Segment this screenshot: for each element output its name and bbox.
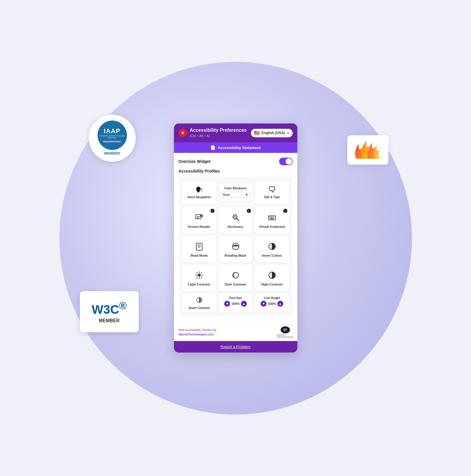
adjusters-row: Smart Contrast Font Size ▼ 100% ▲ Line H xyxy=(182,293,289,313)
reading-mask-label: Reading Mask xyxy=(225,254,247,257)
dropdown-chevron-icon: ▼ xyxy=(245,193,248,196)
dark-contrast-icon xyxy=(232,271,240,281)
top-profiles-row: 🗣 Voice Navigation Color Blindness None … xyxy=(182,181,289,204)
svg-line-5 xyxy=(237,218,239,221)
virtual-keyboard-label: Virtual Keyboard xyxy=(259,225,285,228)
voice-navigation-icon: 🗣 xyxy=(195,186,203,193)
light-contrast-label: Light Contrast xyxy=(188,283,210,286)
statement-bar[interactable]: 📄 Accessibility Statement xyxy=(174,142,297,153)
flame-icon xyxy=(350,138,385,162)
svg-rect-11 xyxy=(273,217,274,218)
svg-rect-12 xyxy=(270,218,274,219)
chevron-down-icon: ▼ xyxy=(287,131,290,135)
invert-colors-icon xyxy=(268,242,276,252)
high-contrast-icon xyxy=(268,271,276,281)
line-height-decrease-button[interactable]: ▼ xyxy=(261,301,266,307)
line-height-value: 100% xyxy=(268,302,276,305)
iaap-member-text: MEMBER xyxy=(104,151,120,156)
footer-line1: Web Accessibility Solution by xyxy=(179,328,217,332)
line-height-increase-button[interactable]: ▲ xyxy=(277,301,283,307)
font-size-value: 100% xyxy=(231,302,239,305)
font-size-increase-button[interactable]: ▲ xyxy=(241,301,247,307)
report-problem-label: Report a Problem xyxy=(221,345,251,349)
voice-navigation-cell[interactable]: 🗣 Voice Navigation xyxy=(182,181,216,204)
screen-reader-icon xyxy=(195,213,203,223)
dictionary-cell[interactable]: i Dictionary xyxy=(219,207,253,233)
dictionary-info-icon[interactable]: i xyxy=(247,209,251,213)
screen-reader-label: Screen Reader xyxy=(188,225,210,228)
smart-contrast-cell[interactable]: Smart Contrast xyxy=(182,293,216,313)
st-logo-circle: ST xyxy=(281,326,290,333)
oversize-label: Oversize Widget xyxy=(179,159,211,164)
svg-line-25 xyxy=(197,273,197,273)
flame-decoration xyxy=(347,135,388,165)
line-height-label: Line Height xyxy=(264,296,280,300)
talk-type-icon: 🗨 xyxy=(268,186,276,193)
w3c-registered: ® xyxy=(119,300,127,311)
invert-colors-cell[interactable]: Invert Colors xyxy=(255,236,289,262)
iaap-circle: IAAP International Association of Access… xyxy=(98,121,127,150)
header-title: Accessibility Preferences (Ctrl + Alt + … xyxy=(190,128,247,138)
light-contrast-cell[interactable]: Light Contrast xyxy=(182,265,216,291)
reading-mask-icon xyxy=(232,242,240,252)
w3c-logo-text: W3C® xyxy=(92,300,127,317)
high-contrast-label: High Contrast xyxy=(261,283,283,286)
header-left: ✕ Accessibility Preferences (Ctrl + Alt … xyxy=(179,128,247,138)
footer-link[interactable]: SkynetTechnologies.com xyxy=(179,333,214,336)
iaap-badge: IAAP International Association of Access… xyxy=(89,115,136,162)
language-label: English (USA) xyxy=(262,131,285,135)
read-mode-icon xyxy=(195,242,203,252)
reading-mask-cell[interactable]: Reading Mask xyxy=(219,236,253,262)
color-blindness-cell: Color Blindness None ▼ xyxy=(219,184,253,201)
color-blindness-dropdown[interactable]: None ▼ xyxy=(221,192,250,198)
w3c-member-label: MEMBER xyxy=(99,318,120,323)
read-mode-cell[interactable]: Read Mode xyxy=(182,236,216,262)
svg-rect-2 xyxy=(197,218,199,218)
screen-reader-cell[interactable]: i Screen Reader xyxy=(182,207,216,233)
smart-contrast-label: Smart Contrast xyxy=(188,306,209,310)
report-problem-bar[interactable]: Report a Problem xyxy=(174,341,297,353)
widget-header: ✕ Accessibility Preferences (Ctrl + Alt … xyxy=(174,123,297,142)
line-height-cell: Line Height ▼ 100% ▲ xyxy=(255,293,289,313)
header-title-main: Accessibility Preferences xyxy=(190,128,247,133)
dark-contrast-cell[interactable]: Dark Contrast xyxy=(219,265,253,291)
profiles-section: 🗣 Voice Navigation Color Blindness None … xyxy=(179,177,293,316)
toggle-knob xyxy=(286,158,292,165)
svg-rect-9 xyxy=(269,217,271,218)
font-size-cell: Font Size ▼ 100% ▲ xyxy=(219,293,253,313)
font-size-decrease-button[interactable]: ▼ xyxy=(224,301,230,307)
virtual-keyboard-icon xyxy=(268,213,276,223)
oversize-row: Oversize Widget xyxy=(179,158,293,165)
w3c-badge: W3C® MEMBER xyxy=(80,291,139,332)
dictionary-icon xyxy=(232,213,240,223)
dark-contrast-label: Dark Contrast xyxy=(225,283,246,286)
svg-rect-10 xyxy=(271,217,272,218)
light-contrast-icon xyxy=(195,271,203,281)
iaap-main-text: IAAP xyxy=(104,127,120,135)
oversize-toggle[interactable] xyxy=(279,158,293,165)
close-button[interactable]: ✕ xyxy=(179,129,187,137)
footer-logo: ST SKYNET TECHNOLOGIES xyxy=(278,326,293,338)
svg-rect-1 xyxy=(197,216,200,217)
talk-type-label: Talk & Type xyxy=(264,195,280,199)
st-logo-text: ST xyxy=(283,328,287,332)
invert-colors-label: Invert Colors xyxy=(262,254,282,257)
profiles-label: Accessibility Profiles xyxy=(179,169,293,173)
iaap-org-text: ORGANIZATIONAL xyxy=(100,140,124,143)
outer-circle: IAAP International Association of Access… xyxy=(59,62,412,415)
read-mode-label: Read Mode xyxy=(190,254,208,257)
voice-navigation-label: Voice Navigation xyxy=(187,195,211,199)
color-blindness-value: None xyxy=(223,193,230,196)
virtual-keyboard-cell[interactable]: i Virtual Keyboard xyxy=(255,207,289,233)
font-size-label: Font Size xyxy=(229,296,242,300)
features-grid: i Screen Reader xyxy=(182,207,289,291)
font-size-controls: ▼ 100% ▲ xyxy=(224,301,247,307)
high-contrast-cell[interactable]: High Contrast xyxy=(255,265,289,291)
svg-line-28 xyxy=(197,277,197,278)
statement-label: Accessibility Statement xyxy=(218,146,261,150)
talk-type-cell[interactable]: 🗨 Talk & Type xyxy=(255,181,289,204)
screen-reader-info-icon[interactable]: i xyxy=(210,209,214,213)
language-selector[interactable]: 🇺🇸 English (USA) ▼ xyxy=(251,129,293,137)
virtual-keyboard-info-icon[interactable]: i xyxy=(283,209,287,213)
svg-point-20 xyxy=(198,274,201,277)
